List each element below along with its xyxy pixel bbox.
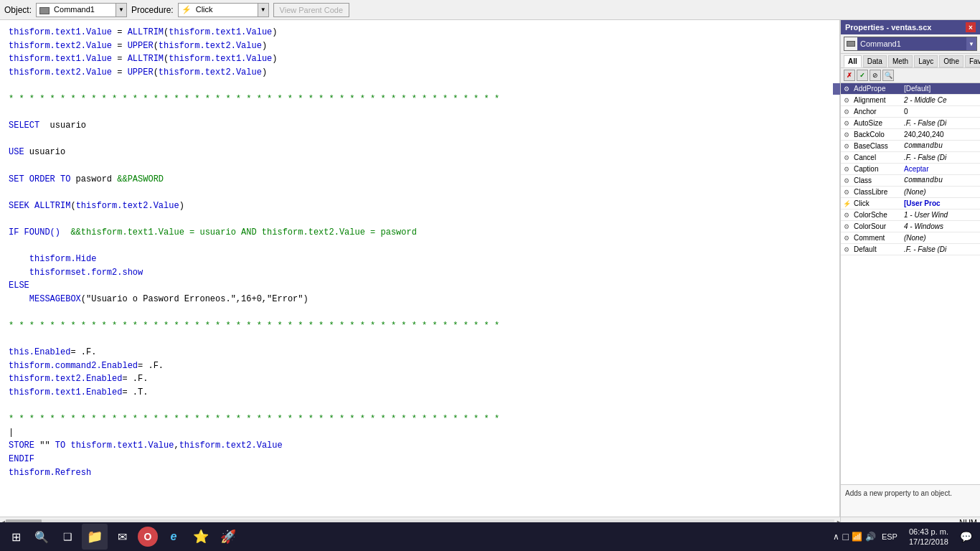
code-line <box>9 186 831 199</box>
code-line: SELECT usuario <box>9 119 831 133</box>
tab-favo[interactable]: Favo <box>965 55 980 67</box>
props-row-backcolor[interactable]: ⚙ BackColo 240,240,240 <box>841 129 980 141</box>
code-line <box>9 79 831 93</box>
taskbar-app-glary[interactable]: ⭐ <box>188 524 214 550</box>
taskbar-app-launch[interactable]: 🚀 <box>215 524 241 550</box>
props-row-alignment[interactable]: ⚙ Alignment 2 - Middle Ce <box>841 95 980 106</box>
properties-icon-bar: ✗ ✓ ⊘ 🔍 <box>841 68 980 83</box>
code-line <box>9 240 831 253</box>
props-row-icon: ⚙ <box>841 97 852 104</box>
taskbar-app-opera[interactable]: O <box>138 527 158 547</box>
view-parent-code-button[interactable]: View Parent Code <box>273 3 349 17</box>
properties-object-arrow-icon[interactable]: ▼ <box>966 37 976 50</box>
sys-tray-network-icon[interactable]: 📶 <box>852 532 862 542</box>
props-row-default[interactable]: ⚙ Default .F. - False (Di <box>841 244 980 255</box>
sys-tray-chevron[interactable]: ∧ <box>833 532 839 542</box>
glary-icon: ⭐ <box>193 529 209 545</box>
tab-othe[interactable]: Othe <box>939 55 963 67</box>
properties-tabs: All Data Meth Layc Othe Favo <box>841 54 980 68</box>
props-row-name: ColorSour <box>852 222 903 230</box>
properties-object-value: Command1 <box>857 37 966 50</box>
props-row-cancel[interactable]: ⚙ Cancel .F. - False (Di <box>841 152 980 164</box>
taskbar-clock[interactable]: 06:43 p. m. 17/12/2018 <box>905 527 953 547</box>
props-row-addprope[interactable]: ⚙ AddPrope [Default] <box>841 83 980 95</box>
props-row-name: ColorSche <box>852 211 903 219</box>
code-line: this.Enabled= .F. <box>9 346 831 359</box>
language-indicator[interactable]: ESP <box>879 532 900 541</box>
props-row-value: .F. - False (Di <box>903 245 980 253</box>
procedure-select-arrow-icon[interactable]: ▼ <box>258 4 268 17</box>
props-row-click[interactable]: ⚡ Click [User Proc <box>841 198 980 209</box>
props-row-icon: ⚙ <box>841 212 852 219</box>
object-select-value: Command1 <box>37 5 116 14</box>
sys-tray-sound-icon[interactable]: 🔊 <box>865 532 876 542</box>
props-row-value: (None) <box>903 234 980 242</box>
code-line: SEEK ALLTRIM(thisform.text2.Value) <box>9 199 831 213</box>
props-row-class[interactable]: ⚙ Class Commandbu <box>841 175 980 187</box>
properties-close-button[interactable]: × <box>966 22 976 32</box>
code-line: thisform.text2.Value = UPPER(thisform.te… <box>9 66 831 80</box>
props-row-name: Default <box>852 245 903 253</box>
props-row-name: Click <box>852 199 903 207</box>
taskbar-notification-button[interactable]: 💬 <box>954 524 977 550</box>
props-row-comment[interactable]: ⚙ Comment (None) <box>841 232 980 244</box>
props-row-name: Anchor <box>852 108 903 116</box>
code-line: thisform.Refresh <box>9 466 831 480</box>
props-row-icon: ⚙ <box>841 189 852 196</box>
props-row-colorsche[interactable]: ⚙ ColorSche 1 - User Wind <box>841 209 980 221</box>
props-icon-check[interactable]: ✓ <box>857 70 868 81</box>
tab-all[interactable]: All <box>844 55 862 67</box>
code-editor[interactable]: thisform.text1.Value = ALLTRIM(thisform.… <box>0 20 840 517</box>
taskbar: ⊞ 🔍 ❑ 📁 ✉ O e ⭐ 🚀 ∧ □ 📶 🔊 ESP 06:43 p. m… <box>0 522 980 551</box>
taskbar-app-explorer[interactable]: 📁 <box>82 524 108 550</box>
props-row-name: AddPrope <box>852 85 903 93</box>
props-row-name: Alignment <box>852 96 903 104</box>
props-icon-cancel[interactable]: ⊘ <box>870 70 881 81</box>
props-row-classlibr[interactable]: ⚙ ClassLibre (None) <box>841 187 980 198</box>
props-row-icon: ⚙ <box>841 154 852 161</box>
procedure-select-wrapper[interactable]: ⚡ Click ▼ <box>178 3 269 17</box>
object-select-arrow-icon[interactable]: ▼ <box>116 4 126 17</box>
props-row-value: Aceptar <box>903 165 980 173</box>
props-row-colorsour[interactable]: ⚙ ColorSour 4 - Windows <box>841 221 980 232</box>
code-line: thisform.text1.Value = ALLTRIM(thisform.… <box>9 52 831 66</box>
properties-description: Adds a new property to an object. <box>841 484 980 517</box>
taskbar-app-mail[interactable]: ✉ <box>109 524 135 550</box>
props-row-value: Commandbu <box>903 176 980 184</box>
tab-meth[interactable]: Meth <box>888 55 913 67</box>
taskbar-app-edge[interactable]: e <box>161 524 187 550</box>
object-select-wrapper[interactable]: Command1 ▼ <box>36 3 127 17</box>
props-row-name: BackColo <box>852 131 903 138</box>
props-row-icon: ⚙ <box>841 235 852 242</box>
code-line: MESSAGEBOX("Usuario o Pasword Erroneos."… <box>9 293 831 306</box>
props-row-autosize[interactable]: ⚙ AutoSize .F. - False (Di <box>841 118 980 129</box>
sys-tray-monitor-icon[interactable]: □ <box>842 531 848 542</box>
properties-object-bar: Command1 ▼ <box>841 34 980 54</box>
props-row-baseclass[interactable]: ⚙ BaseClass Commandbu <box>841 141 980 152</box>
code-line: thisform.text2.Value = UPPER(thisform.te… <box>9 39 831 53</box>
code-line: * * * * * * * * * * * * * * * * * * * * … <box>9 93 831 106</box>
properties-panel: Properties - ventas.scx × Command1 ▼ All… <box>840 20 980 517</box>
task-view-button[interactable]: ❑ <box>55 524 80 550</box>
properties-title-bar: Properties - ventas.scx × <box>841 20 980 34</box>
props-row-caption[interactable]: ⚙ Caption Aceptar <box>841 164 980 175</box>
props-row-value: 0 <box>903 108 980 116</box>
props-icon-search[interactable]: 🔍 <box>882 70 894 81</box>
tab-layc[interactable]: Layc <box>914 55 938 67</box>
props-icon-x[interactable]: ✗ <box>844 70 855 81</box>
code-line: USE usuario <box>9 146 831 159</box>
edge-icon: e <box>171 530 177 543</box>
props-row-anchor[interactable]: ⚙ Anchor 0 <box>841 106 980 118</box>
code-line <box>9 400 831 413</box>
start-button[interactable]: ⊞ <box>3 524 29 550</box>
props-row-lightning-icon: ⚡ <box>841 200 852 207</box>
taskbar-search-button[interactable]: 🔍 <box>30 525 53 548</box>
tab-data[interactable]: Data <box>863 55 887 67</box>
props-row-value: [Default] <box>903 85 980 93</box>
procedure-label: Procedure: <box>131 5 174 15</box>
props-row-value: [User Proc <box>903 199 980 207</box>
props-row-value: 1 - User Wind <box>903 211 980 219</box>
mail-icon: ✉ <box>118 530 127 544</box>
properties-object-select[interactable]: Command1 ▼ <box>844 37 977 51</box>
object-icon <box>847 41 855 47</box>
